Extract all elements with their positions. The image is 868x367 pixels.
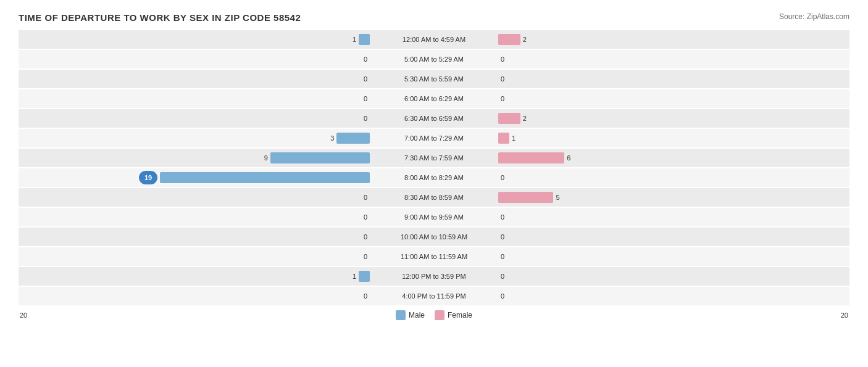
bar-row: 1 12:00 AM to 4:59 AM 2 <box>19 30 849 49</box>
right-axis-label: 20 <box>841 311 848 319</box>
chart-source: Source: ZipAtlas.com <box>779 12 849 21</box>
female-zero: 0 <box>498 233 507 241</box>
bar-row: 3 7:00 AM to 7:29 AM 1 <box>19 129 849 147</box>
bar-row: 0 5:00 AM to 5:29 AM 0 <box>19 50 849 68</box>
highlighted-bar-value: 19 <box>139 171 157 184</box>
time-label: 10:00 AM to 10:59 AM <box>372 233 496 241</box>
bar-row: 0 5:30 AM to 5:59 AM 0 <box>19 70 849 88</box>
male-value: 1 <box>353 36 356 43</box>
bar-row: 0 6:30 AM to 6:59 AM 2 <box>19 109 849 128</box>
female-zero: 0 <box>498 213 507 221</box>
female-zero: 0 <box>498 56 507 63</box>
male-zero: 0 <box>361 194 370 201</box>
male-value: 1 <box>353 273 356 280</box>
time-label: 6:30 AM to 6:59 AM <box>372 115 496 122</box>
male-value: 9 <box>264 154 268 162</box>
time-label: 12:00 PM to 3:59 PM <box>372 273 496 280</box>
male-zero: 0 <box>361 56 370 63</box>
time-label: 7:30 AM to 7:59 AM <box>372 154 496 162</box>
male-zero: 0 <box>361 75 370 83</box>
male-color-box <box>396 310 406 320</box>
bar-row: 0 8:30 AM to 8:59 AM 5 <box>19 188 849 207</box>
female-value: 1 <box>512 134 515 142</box>
legend-female: Female <box>435 310 472 320</box>
chart-footer: 20 Male Female 20 <box>19 310 849 320</box>
male-zero: 0 <box>361 95 370 102</box>
female-zero: 0 <box>498 174 507 181</box>
female-zero: 0 <box>498 273 507 280</box>
female-value: 6 <box>567 154 570 162</box>
female-value: 2 <box>523 36 527 43</box>
bar-row: 9 7:30 AM to 7:59 AM 6 <box>19 149 849 167</box>
female-zero: 0 <box>498 253 507 260</box>
male-zero: 0 <box>361 292 370 300</box>
male-zero: 0 <box>361 233 370 241</box>
time-label: 8:30 AM to 8:59 AM <box>372 194 496 201</box>
time-label: 11:00 AM to 11:59 AM <box>372 253 496 260</box>
female-color-box <box>435 310 444 320</box>
bar-row: 0 11:00 AM to 11:59 AM 0 <box>19 247 849 266</box>
bar-row: 0 9:00 AM to 9:59 AM 0 <box>19 208 849 226</box>
time-label: 5:30 AM to 5:59 AM <box>372 75 496 83</box>
male-label: Male <box>409 311 425 320</box>
legend: Male Female <box>396 310 472 320</box>
time-label: 8:00 AM to 8:29 AM <box>372 174 496 181</box>
female-label: Female <box>448 311 472 320</box>
bar-row: 0 4:00 PM to 11:59 PM 0 <box>19 287 849 305</box>
time-label: 4:00 PM to 11:59 PM <box>372 292 496 300</box>
bar-row: 0 6:00 AM to 6:29 AM 0 <box>19 89 849 108</box>
chart-header: TIME OF DEPARTURE TO WORK BY SEX IN ZIP … <box>19 12 849 23</box>
female-zero: 0 <box>498 95 507 102</box>
female-zero: 0 <box>498 292 507 300</box>
chart-body: 1 12:00 AM to 4:59 AM 2 0 5:00 AM to 5:2… <box>19 30 849 305</box>
male-zero: 0 <box>361 213 370 221</box>
chart-title: TIME OF DEPARTURE TO WORK BY SEX IN ZIP … <box>19 12 301 23</box>
time-label: 7:00 AM to 7:29 AM <box>372 134 496 142</box>
bar-row: 0 10:00 AM to 10:59 AM 0 <box>19 228 849 246</box>
left-axis-label: 20 <box>20 311 27 319</box>
male-zero: 0 <box>361 115 370 122</box>
time-label: 9:00 AM to 9:59 AM <box>372 213 496 221</box>
female-zero: 0 <box>498 75 507 83</box>
chart-container: TIME OF DEPARTURE TO WORK BY SEX IN ZIP … <box>19 12 849 320</box>
time-label: 12:00 AM to 4:59 AM <box>372 36 496 43</box>
male-value: 3 <box>330 134 334 142</box>
female-value: 5 <box>556 194 559 201</box>
bar-row: 19 8:00 AM to 8:29 AM 0 <box>19 168 849 187</box>
time-label: 6:00 AM to 6:29 AM <box>372 95 496 102</box>
bar-row: 1 12:00 PM to 3:59 PM 0 <box>19 267 849 286</box>
male-zero: 0 <box>361 253 370 260</box>
female-value: 2 <box>523 115 527 122</box>
time-label: 5:00 AM to 5:29 AM <box>372 56 496 63</box>
legend-male: Male <box>396 310 425 320</box>
